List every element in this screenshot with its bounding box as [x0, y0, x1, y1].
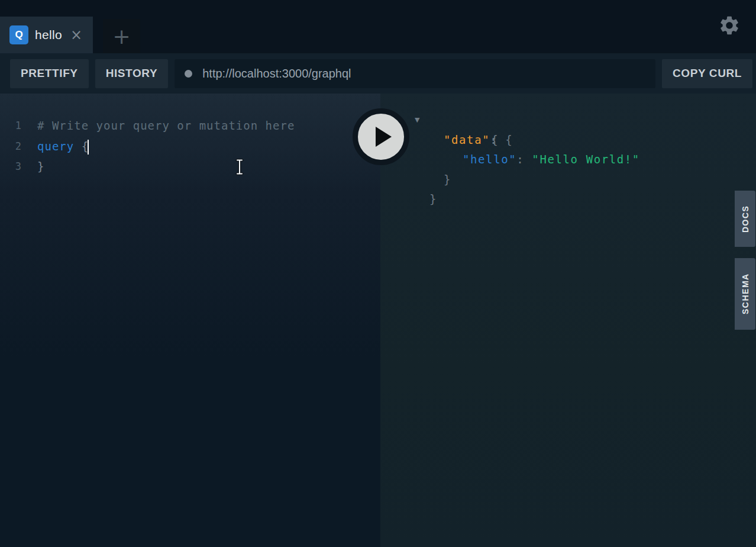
code-punctuation: {: [74, 140, 89, 153]
response-line: ▼{: [380, 110, 756, 130]
line-number: 2: [0, 136, 28, 157]
query-line: # Write your query or mutation here: [28, 115, 380, 136]
line-number: 1: [0, 115, 28, 136]
query-code-area[interactable]: # Write your query or mutation here quer…: [28, 94, 380, 547]
close-tab-icon[interactable]: ×: [70, 28, 82, 42]
response-line: }: [380, 170, 756, 190]
endpoint-status-dot: [185, 70, 192, 78]
toolbar: PRETTIFY HISTORY COPY CURL: [0, 53, 756, 94]
new-tab-button[interactable]: +: [103, 19, 140, 53]
schema-tab[interactable]: SCHEMA: [735, 258, 755, 330]
code-keyword: query: [37, 140, 74, 153]
query-type-badge-letter: Q: [15, 29, 22, 41]
response-line: "hello": "Hello World!": [380, 150, 756, 170]
docs-tab[interactable]: DOCS: [735, 191, 755, 247]
play-icon: [376, 127, 392, 147]
response-punctuation: }: [429, 192, 437, 205]
code-punctuation: }: [37, 160, 44, 173]
query-editor[interactable]: 1 2 3 # Write your query or mutation her…: [0, 94, 380, 547]
prettify-button[interactable]: PRETTIFY: [10, 59, 89, 88]
text-caret: [88, 140, 89, 155]
line-number-gutter: 1 2 3: [0, 94, 28, 547]
code-comment: # Write your query or mutation here: [37, 119, 295, 132]
history-button[interactable]: HISTORY: [95, 59, 169, 88]
tab-hello[interactable]: Q hello ×: [0, 17, 93, 53]
query-type-badge: Q: [9, 25, 28, 44]
tab-bar: Q hello × +: [0, 0, 756, 53]
response-line: "data": {: [380, 130, 756, 150]
response-punctuation: : {: [490, 133, 513, 146]
response-line: }: [380, 189, 756, 210]
line-number: 3: [0, 156, 28, 177]
endpoint-input[interactable]: [202, 67, 645, 81]
collapse-triangle-icon[interactable]: ▼: [415, 110, 419, 130]
copy-curl-button[interactable]: COPY CURL: [662, 59, 752, 88]
workspace: 1 2 3 # Write your query or mutation her…: [0, 94, 756, 547]
plus-icon: +: [112, 24, 130, 49]
settings-gear-icon[interactable]: [718, 14, 741, 37]
query-line: query {: [28, 136, 380, 157]
response-string-value: "Hello World!": [532, 153, 640, 166]
response-key: "hello": [463, 153, 516, 166]
mouse-cursor-ibeam: [235, 159, 244, 175]
response-key: "data": [444, 133, 490, 146]
response-punctuation: }: [444, 173, 451, 186]
query-line: }: [28, 156, 380, 177]
endpoint-bar: [175, 59, 655, 88]
execute-play-button[interactable]: [353, 108, 409, 165]
graphql-playground-window: Q hello × + PRETTIFY HISTORY COPY CURL 1…: [0, 0, 756, 547]
response-punctuation: :: [516, 153, 532, 166]
tab-title: hello: [35, 28, 62, 42]
response-pane: ▼{ "data": { "hello": "Hello World!" } }: [380, 94, 756, 547]
